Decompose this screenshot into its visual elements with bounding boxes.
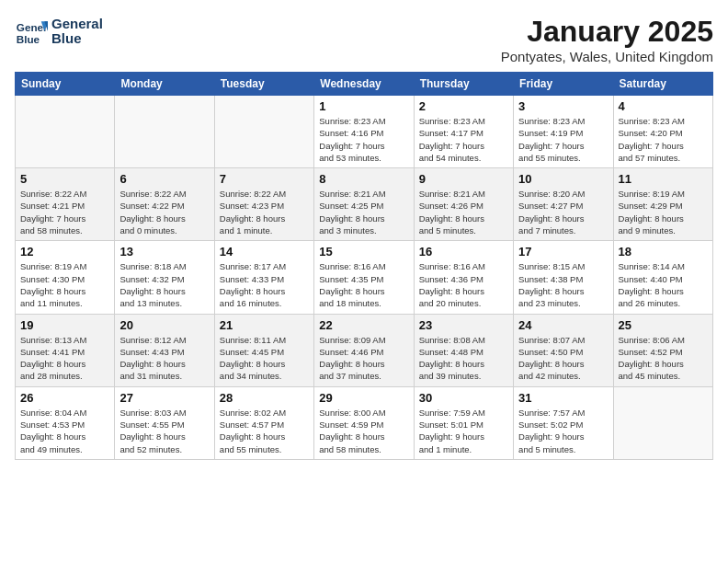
calendar-week-row: 12Sunrise: 8:19 AM Sunset: 4:30 PM Dayli… [16, 241, 713, 314]
table-row: 23Sunrise: 8:08 AM Sunset: 4:48 PM Dayli… [414, 314, 513, 386]
cell-info: Sunrise: 8:19 AM Sunset: 4:29 PM Dayligh… [619, 188, 708, 236]
cell-info: Sunrise: 8:16 AM Sunset: 4:36 PM Dayligh… [419, 260, 508, 309]
day-number: 19 [20, 318, 109, 332]
table-row: 25Sunrise: 8:06 AM Sunset: 4:52 PM Dayli… [613, 314, 712, 386]
day-number: 1 [319, 99, 408, 113]
cell-info: Sunrise: 8:21 AM Sunset: 4:25 PM Dayligh… [319, 188, 408, 236]
cell-info: Sunrise: 8:17 AM Sunset: 4:33 PM Dayligh… [220, 260, 309, 309]
header-monday: Monday [115, 73, 214, 96]
table-row: 6Sunrise: 8:22 AM Sunset: 4:22 PM Daylig… [115, 168, 214, 241]
cell-info: Sunrise: 8:15 AM Sunset: 4:38 PM Dayligh… [518, 260, 608, 309]
day-number: 21 [220, 318, 309, 332]
cell-info: Sunrise: 7:59 AM Sunset: 5:01 PM Dayligh… [419, 407, 508, 455]
table-row [214, 96, 313, 168]
day-number: 3 [518, 99, 608, 113]
day-number: 22 [319, 318, 408, 332]
calendar-page: General Blue General Blue January 2025 P… [0, 0, 728, 467]
logo: General Blue General Blue [15, 15, 103, 48]
table-row: 1Sunrise: 8:23 AM Sunset: 4:16 PM Daylig… [314, 96, 414, 168]
calendar-week-row: 5Sunrise: 8:22 AM Sunset: 4:21 PM Daylig… [16, 168, 713, 241]
logo-line2: Blue [51, 31, 103, 47]
cell-info: Sunrise: 8:07 AM Sunset: 4:50 PM Dayligh… [518, 334, 608, 383]
header-sunday: Sunday [16, 73, 115, 96]
table-row: 27Sunrise: 8:03 AM Sunset: 4:55 PM Dayli… [115, 386, 214, 459]
table-row: 28Sunrise: 8:02 AM Sunset: 4:57 PM Dayli… [214, 386, 313, 459]
day-number: 15 [319, 245, 408, 259]
day-number: 4 [619, 99, 708, 113]
table-row [115, 96, 214, 168]
day-number: 11 [619, 172, 708, 186]
title-area: January 2025 Pontyates, Wales, United Ki… [501, 15, 713, 64]
table-row: 22Sunrise: 8:09 AM Sunset: 4:46 PM Dayli… [314, 314, 414, 386]
logo-icon: General Blue [15, 15, 48, 48]
cell-info: Sunrise: 8:23 AM Sunset: 4:19 PM Dayligh… [518, 115, 608, 164]
header: General Blue General Blue January 2025 P… [15, 15, 713, 64]
day-number: 16 [419, 245, 508, 259]
cell-info: Sunrise: 8:22 AM Sunset: 4:22 PM Dayligh… [119, 188, 209, 236]
table-row: 7Sunrise: 8:22 AM Sunset: 4:23 PM Daylig… [214, 168, 313, 241]
cell-info: Sunrise: 8:12 AM Sunset: 4:43 PM Dayligh… [119, 334, 209, 383]
day-number: 7 [220, 172, 309, 186]
header-tuesday: Tuesday [214, 73, 313, 96]
header-thursday: Thursday [414, 73, 513, 96]
table-row: 24Sunrise: 8:07 AM Sunset: 4:50 PM Dayli… [514, 314, 613, 386]
day-number: 26 [20, 391, 109, 405]
table-row: 13Sunrise: 8:18 AM Sunset: 4:32 PM Dayli… [115, 241, 214, 314]
day-number: 10 [518, 172, 608, 186]
day-number: 27 [119, 391, 209, 405]
table-row: 5Sunrise: 8:22 AM Sunset: 4:21 PM Daylig… [16, 168, 115, 241]
table-row: 10Sunrise: 8:20 AM Sunset: 4:27 PM Dayli… [514, 168, 613, 241]
location: Pontyates, Wales, United Kingdom [501, 49, 713, 64]
cell-info: Sunrise: 8:03 AM Sunset: 4:55 PM Dayligh… [119, 407, 209, 455]
table-row: 3Sunrise: 8:23 AM Sunset: 4:19 PM Daylig… [514, 96, 613, 168]
cell-info: Sunrise: 8:23 AM Sunset: 4:16 PM Dayligh… [319, 115, 408, 164]
day-number: 29 [319, 391, 408, 405]
day-number: 23 [419, 318, 508, 332]
cell-info: Sunrise: 8:08 AM Sunset: 4:48 PM Dayligh… [419, 334, 508, 383]
table-row [16, 96, 115, 168]
calendar-week-row: 26Sunrise: 8:04 AM Sunset: 4:53 PM Dayli… [16, 386, 713, 459]
cell-info: Sunrise: 8:16 AM Sunset: 4:35 PM Dayligh… [319, 260, 408, 309]
table-row [613, 386, 712, 459]
cell-info: Sunrise: 8:00 AM Sunset: 4:59 PM Dayligh… [319, 407, 408, 455]
cell-info: Sunrise: 8:18 AM Sunset: 4:32 PM Dayligh… [119, 260, 209, 309]
table-row: 29Sunrise: 8:00 AM Sunset: 4:59 PM Dayli… [314, 386, 414, 459]
table-row: 15Sunrise: 8:16 AM Sunset: 4:35 PM Dayli… [314, 241, 414, 314]
cell-info: Sunrise: 8:21 AM Sunset: 4:26 PM Dayligh… [419, 188, 508, 236]
cell-info: Sunrise: 8:11 AM Sunset: 4:45 PM Dayligh… [220, 334, 309, 383]
cell-info: Sunrise: 8:02 AM Sunset: 4:57 PM Dayligh… [220, 407, 309, 455]
day-number: 17 [518, 245, 608, 259]
calendar-week-row: 19Sunrise: 8:13 AM Sunset: 4:41 PM Dayli… [16, 314, 713, 386]
header-saturday: Saturday [613, 73, 712, 96]
day-number: 8 [319, 172, 408, 186]
cell-info: Sunrise: 8:20 AM Sunset: 4:27 PM Dayligh… [518, 188, 608, 236]
day-number: 18 [619, 245, 708, 259]
table-row: 19Sunrise: 8:13 AM Sunset: 4:41 PM Dayli… [16, 314, 115, 386]
day-number: 6 [119, 172, 209, 186]
table-row: 8Sunrise: 8:21 AM Sunset: 4:25 PM Daylig… [314, 168, 414, 241]
table-row: 4Sunrise: 8:23 AM Sunset: 4:20 PM Daylig… [613, 96, 712, 168]
table-row: 14Sunrise: 8:17 AM Sunset: 4:33 PM Dayli… [214, 241, 313, 314]
cell-info: Sunrise: 8:22 AM Sunset: 4:23 PM Dayligh… [220, 188, 309, 236]
table-row: 30Sunrise: 7:59 AM Sunset: 5:01 PM Dayli… [414, 386, 513, 459]
cell-info: Sunrise: 8:23 AM Sunset: 4:17 PM Dayligh… [419, 115, 508, 164]
calendar-header-row: Sunday Monday Tuesday Wednesday Thursday… [16, 73, 713, 96]
table-row: 21Sunrise: 8:11 AM Sunset: 4:45 PM Dayli… [214, 314, 313, 386]
day-number: 12 [20, 245, 109, 259]
day-number: 31 [518, 391, 608, 405]
table-row: 20Sunrise: 8:12 AM Sunset: 4:43 PM Dayli… [115, 314, 214, 386]
table-row: 2Sunrise: 8:23 AM Sunset: 4:17 PM Daylig… [414, 96, 513, 168]
table-row: 17Sunrise: 8:15 AM Sunset: 4:38 PM Dayli… [514, 241, 613, 314]
cell-info: Sunrise: 8:04 AM Sunset: 4:53 PM Dayligh… [20, 407, 109, 455]
cell-info: Sunrise: 8:19 AM Sunset: 4:30 PM Dayligh… [20, 260, 109, 309]
cell-info: Sunrise: 8:22 AM Sunset: 4:21 PM Dayligh… [20, 188, 109, 236]
table-row: 26Sunrise: 8:04 AM Sunset: 4:53 PM Dayli… [16, 386, 115, 459]
day-number: 5 [20, 172, 109, 186]
calendar-week-row: 1Sunrise: 8:23 AM Sunset: 4:16 PM Daylig… [16, 96, 713, 168]
month-title: January 2025 [501, 15, 713, 49]
cell-info: Sunrise: 8:23 AM Sunset: 4:20 PM Dayligh… [619, 115, 708, 164]
cell-info: Sunrise: 8:09 AM Sunset: 4:46 PM Dayligh… [319, 334, 408, 383]
cell-info: Sunrise: 7:57 AM Sunset: 5:02 PM Dayligh… [518, 407, 608, 455]
header-wednesday: Wednesday [314, 73, 414, 96]
day-number: 28 [220, 391, 309, 405]
